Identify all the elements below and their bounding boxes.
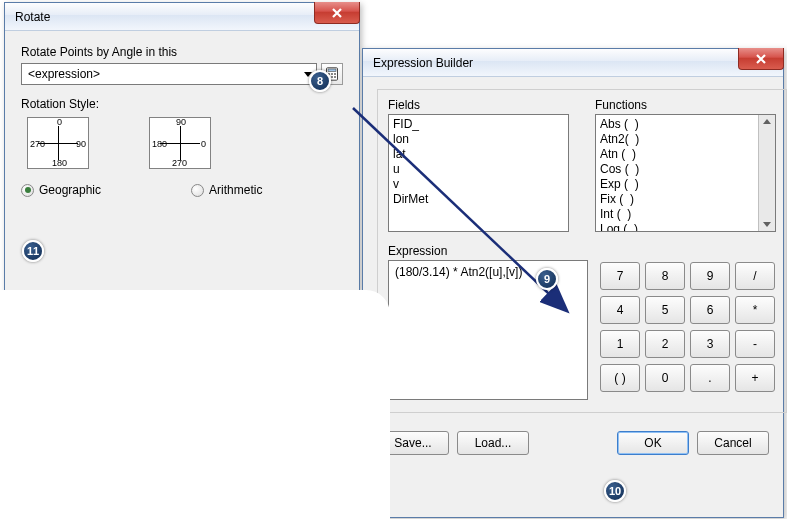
rotate-titlebar: Rotate	[5, 3, 359, 31]
field-item[interactable]: DirMet	[393, 192, 564, 207]
field-item[interactable]: lon	[393, 132, 564, 147]
field-item[interactable]: v	[393, 177, 564, 192]
geographic-radio[interactable]: Geographic	[21, 183, 101, 197]
save-button[interactable]: Save...	[377, 431, 449, 455]
radio-checked-icon	[21, 184, 34, 197]
keypad-key[interactable]: 5	[645, 296, 685, 324]
rotate-body: Rotate Points by Angle in this <expressi…	[5, 31, 359, 211]
keypad-key[interactable]: 3	[690, 330, 730, 358]
keypad-key[interactable]: 6	[690, 296, 730, 324]
badge-10: 10	[604, 480, 626, 502]
keypad-key[interactable]: .	[690, 364, 730, 392]
function-item[interactable]: Int ( )	[600, 207, 771, 222]
keypad-key[interactable]: -	[735, 330, 775, 358]
expr-body: Fields FID_lonlatuvDirMet Functions Abs …	[363, 77, 783, 469]
keypad-key[interactable]: /	[735, 262, 775, 290]
keypad-key[interactable]: 2	[645, 330, 685, 358]
svg-rect-6	[331, 76, 333, 78]
arithmetic-style-diagram[interactable]: 90 0 270 180	[149, 117, 211, 169]
badge-11: 11	[22, 240, 44, 262]
keypad-key[interactable]: ( )	[600, 364, 640, 392]
function-item[interactable]: Atn ( )	[600, 147, 771, 162]
keypad-key[interactable]: 8	[645, 262, 685, 290]
fields-listbox[interactable]: FID_lonlatuvDirMet	[388, 114, 569, 232]
rotation-style-label: Rotation Style:	[21, 97, 343, 111]
field-item[interactable]: lat	[393, 147, 564, 162]
badge-8: 8	[309, 70, 331, 92]
svg-rect-3	[331, 73, 333, 75]
radio-unchecked-icon	[191, 184, 204, 197]
keypad-key[interactable]: 0	[645, 364, 685, 392]
keypad-key[interactable]: 1	[600, 330, 640, 358]
rotate-title: Rotate	[15, 10, 50, 24]
arithmetic-radio-label: Arithmetic	[209, 183, 262, 197]
keypad-key[interactable]: 9	[690, 262, 730, 290]
close-icon	[755, 53, 767, 65]
expr-fieldset: Fields FID_lonlatuvDirMet Functions Abs …	[377, 89, 787, 413]
rotate-close-button[interactable]	[314, 2, 360, 24]
function-item[interactable]: Abs ( )	[600, 117, 771, 132]
keypad-key[interactable]: *	[735, 296, 775, 324]
badge-9: 9	[536, 268, 558, 290]
angle-label: Rotate Points by Angle in this	[21, 45, 177, 59]
expression-label: Expression	[388, 244, 776, 258]
geographic-style-diagram[interactable]: 0 90 180 270	[27, 117, 89, 169]
field-item[interactable]: u	[393, 162, 564, 177]
close-icon	[331, 7, 343, 19]
fields-label: Fields	[388, 98, 569, 112]
keypad-key[interactable]: 4	[600, 296, 640, 324]
expression-textarea[interactable]: (180/3.14) * Atn2([u],[v])	[388, 260, 588, 400]
expression-text: (180/3.14) * Atn2([u],[v])	[395, 265, 522, 279]
field-item[interactable]: FID_	[393, 117, 564, 132]
keypad-key[interactable]: 7	[600, 262, 640, 290]
ok-button[interactable]: OK	[617, 431, 689, 455]
svg-rect-4	[334, 73, 336, 75]
function-item[interactable]: Fix ( )	[600, 192, 771, 207]
function-item[interactable]: Atn2( )	[600, 132, 771, 147]
cancel-button[interactable]: Cancel	[697, 431, 769, 455]
expr-titlebar: Expression Builder	[363, 49, 783, 77]
keypad-key[interactable]: +	[735, 364, 775, 392]
geographic-radio-label: Geographic	[39, 183, 101, 197]
functions-listbox[interactable]: Abs ( )Atn2( )Atn ( )Cos ( )Exp ( )Fix (…	[595, 114, 776, 232]
expr-close-button[interactable]	[738, 48, 784, 70]
angle-expression-select[interactable]: <expression>	[21, 63, 317, 85]
load-button[interactable]: Load...	[457, 431, 529, 455]
svg-rect-7	[334, 76, 336, 78]
expr-title: Expression Builder	[373, 56, 473, 70]
scrollbar[interactable]	[758, 115, 775, 231]
angle-expression-value: <expression>	[28, 67, 100, 81]
expression-builder-dialog: Expression Builder Fields FID_lonlatuvDi…	[362, 48, 784, 518]
svg-rect-1	[328, 69, 336, 71]
function-item[interactable]: Cos ( )	[600, 162, 771, 177]
rotate-dialog: Rotate Rotate Points by Angle in this <e…	[4, 2, 360, 292]
function-item[interactable]: Exp ( )	[600, 177, 771, 192]
function-item[interactable]: Log ( )	[600, 222, 771, 232]
functions-label: Functions	[595, 98, 776, 112]
arithmetic-radio[interactable]: Arithmetic	[191, 183, 262, 197]
keypad: 789/456*123-( )0.+	[600, 262, 776, 400]
